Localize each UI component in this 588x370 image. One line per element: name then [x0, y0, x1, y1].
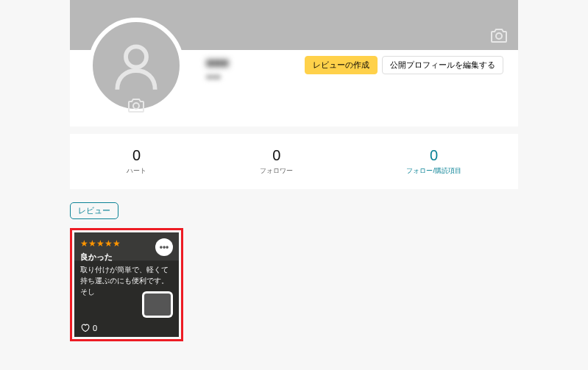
tab-reviews[interactable]: レビュー [70, 202, 118, 219]
dots-icon: ••• [160, 242, 169, 252]
review-card[interactable]: ★★★★★ ••• 良かった 取り付けが簡単で、軽くて持ち運ぶのにも便利です。そ… [74, 232, 179, 337]
camera-icon [490, 28, 508, 43]
stat-followers[interactable]: 0 フォロワー [260, 147, 293, 176]
stat-hearts-count: 0 [127, 147, 146, 164]
profile-subtext: ■■■ [206, 72, 305, 81]
svg-point-1 [126, 46, 146, 67]
thumbnail-image [144, 293, 171, 316]
banner-camera-button[interactable] [489, 26, 509, 44]
person-icon [110, 40, 162, 91]
profile-username: ■■■ [206, 56, 305, 71]
review-highlight-frame: ★★★★★ ••• 良かった 取り付けが簡単で、軽くて持ち運ぶのにも便利です。そ… [70, 228, 183, 341]
profile-header: ■■■ ■■■ レビューの作成 公開プロフィールを編集する [70, 50, 518, 127]
reviews-section: ★★★★★ ••• 良かった 取り付けが簡単で、軽くて持ち運ぶのにも便利です。そ… [70, 228, 518, 341]
heart-icon [80, 323, 90, 332]
avatar-camera-button[interactable] [127, 97, 146, 113]
stat-followers-label: フォロワー [260, 166, 293, 176]
tab-bar: レビュー [70, 202, 518, 219]
stat-follows-label: フォロー/購読項目 [406, 166, 461, 176]
avatar-container [88, 18, 184, 113]
stat-follows-count: 0 [406, 147, 461, 164]
svg-point-0 [496, 33, 502, 39]
review-menu-button[interactable]: ••• [155, 238, 173, 256]
stat-followers-count: 0 [260, 147, 293, 164]
camera-icon [127, 98, 145, 113]
review-product-thumbnail[interactable] [142, 291, 173, 318]
stat-follows[interactable]: 0 フォロー/購読項目 [406, 147, 461, 176]
review-likes[interactable]: 0 [80, 323, 97, 332]
stats-bar: 0 ハート 0 フォロワー 0 フォロー/購読項目 [70, 134, 518, 189]
edit-profile-button[interactable]: 公開プロフィールを編集する [382, 56, 503, 74]
create-review-button[interactable]: レビューの作成 [305, 56, 378, 74]
review-likes-count: 0 [93, 324, 97, 332]
stat-hearts-label: ハート [127, 166, 146, 176]
svg-point-2 [133, 103, 139, 109]
stat-hearts[interactable]: 0 ハート [127, 147, 146, 176]
